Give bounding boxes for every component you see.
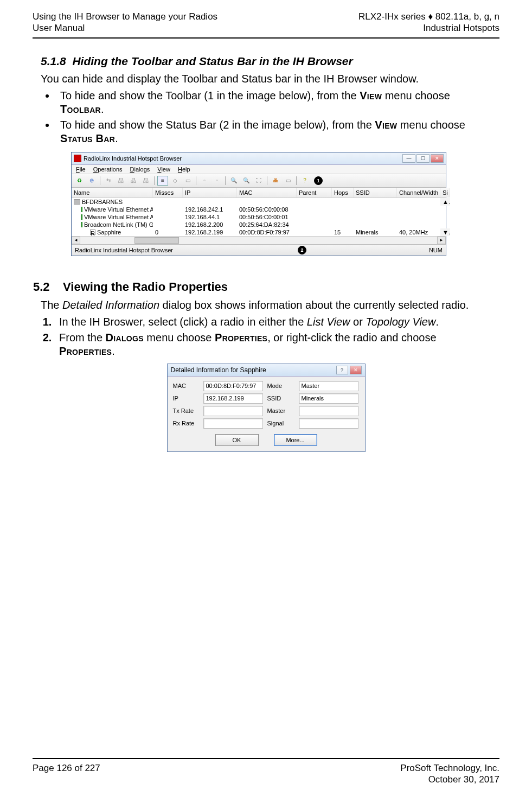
toolbar-topology-icon[interactable]: ◇ — [170, 176, 181, 186]
col-si[interactable]: Si — [440, 188, 450, 198]
section-5-2-intro: The Detailed Information dialog box show… — [41, 298, 491, 312]
dialog-close-button[interactable]: ✕ — [350, 366, 362, 374]
list-row[interactable]: Broadcom NetLink (TM) Gigabit Eth... 192… — [72, 221, 446, 228]
header-subtitle: Industrial Hotspots — [358, 22, 499, 34]
ih-browser-screenshot: RadioLinx Industrial Hotspot Browser — ☐… — [71, 152, 491, 256]
toolbar-misc1-icon[interactable]: ▫ — [199, 176, 210, 186]
page-footer: Page 126 of 227 ProSoft Technology, Inc.… — [33, 758, 499, 786]
toolbar-tree3-icon[interactable]: 品 — [140, 176, 151, 186]
col-mac[interactable]: MAC — [237, 188, 297, 198]
toolbar-misc2-icon[interactable]: ▫ — [211, 176, 222, 186]
ih-browser-window: RadioLinx Industrial Hotspot Browser — ☐… — [71, 152, 446, 256]
step-1: In the IH Broswer, select (click) a radi… — [55, 315, 491, 329]
dialog-title: Detailed Information for Sapphire — [171, 366, 266, 374]
toolbar-print-icon[interactable]: 🖶 — [270, 176, 281, 186]
more-button[interactable]: More... — [274, 434, 317, 446]
menu-bar: File Operations Dialogs View Help — [72, 165, 446, 174]
adapter-icon — [81, 207, 82, 212]
label-rx-rate: Rx Rate — [173, 420, 199, 426]
header-chapter: Using the IH Browser to Manage your Radi… — [33, 11, 217, 22]
menu-operations[interactable]: Operations — [93, 166, 123, 173]
col-misses[interactable]: Misses — [153, 188, 183, 198]
field-mac: 00:0D:8D:F0:79:97 — [203, 381, 263, 391]
toolbar-tree1-icon[interactable]: 品 — [116, 176, 126, 186]
radio-icon: R — [90, 230, 95, 235]
section-5-2-heading: 5.2 Viewing the Radio Properties — [33, 280, 491, 294]
label-master: Master — [267, 407, 294, 414]
toolbar-connect-icon[interactable]: ⇆ — [103, 176, 114, 186]
section-5-1-8-intro: You can hide and display the Toolbar and… — [41, 72, 491, 86]
step-2: From the Dialogs menu choose Properties,… — [55, 331, 491, 358]
bullet-hide-toolbar: To hide and show the Toolbar (1 in the i… — [56, 89, 491, 116]
window-titlebar: RadioLinx Industrial Hotspot Browser — ☐… — [72, 152, 446, 165]
toolbar-zoom-fit-icon[interactable]: ⛶ — [253, 176, 264, 186]
field-mode: Master — [299, 381, 358, 391]
toolbar-display-icon[interactable]: ▭ — [182, 176, 193, 186]
minimize-button[interactable]: — — [402, 154, 415, 163]
dialog-help-button[interactable]: ? — [336, 366, 348, 374]
toolbar-tree2-icon[interactable]: 品 — [128, 176, 139, 186]
toolbar: ♻ ⊚ ⇆ 品 品 品 ≡ ◇ ▭ ▫ ▫ 🔍 🔍 — [72, 174, 446, 188]
detailed-info-dialog: Detailed Information for Sapphire ? ✕ MA… — [167, 364, 366, 452]
toolbar-scan-icon[interactable]: ♻ — [74, 176, 85, 186]
header-doc-type: User Manual — [33, 22, 217, 34]
window-title: RadioLinx Industrial Hotspot Browser — [84, 155, 182, 162]
menu-view[interactable]: View — [157, 166, 170, 173]
section-5-2-steps: In the IH Broswer, select (click) a radi… — [41, 315, 491, 358]
footer-date: October 30, 2017 — [400, 774, 499, 785]
app-icon — [74, 155, 81, 162]
col-ssid[interactable]: SSID — [354, 188, 397, 198]
list-row[interactable]: RSapphire 0192.168.2.19900:0D:8D:F0:79:9… — [72, 228, 446, 236]
list-column-headers: Name Misses IP MAC Parent Hops SSID Chan… — [72, 188, 446, 198]
label-signal: Signal — [267, 420, 294, 426]
field-master — [299, 406, 358, 416]
col-hops[interactable]: Hops — [332, 188, 354, 198]
label-ip: IP — [173, 395, 199, 402]
page-header: Using the IH Browser to Manage your Radi… — [33, 11, 499, 39]
scroll-thumb[interactable] — [134, 237, 179, 244]
footer-company: ProSoft Technology, Inc. — [400, 762, 499, 774]
horizontal-scrollbar[interactable]: ◄ ► — [72, 236, 446, 244]
callout-1: 1 — [314, 176, 323, 185]
list-row[interactable]: VMware Virtual Ethernet Adapter for ... … — [72, 206, 446, 213]
label-ssid: SSID — [267, 395, 294, 402]
field-ssid: Minerals — [299, 393, 358, 404]
col-channel-width[interactable]: Channel/Width — [397, 188, 440, 198]
list-row[interactable]: VMware Virtual Ethernet Adapter for ... … — [72, 213, 446, 221]
footer-page-number: Page 126 of 227 — [33, 762, 100, 786]
label-tx-rate: Tx Rate — [173, 407, 199, 414]
scroll-right-arrow-icon[interactable]: ► — [437, 237, 446, 244]
list-rows: BFDRBARNES ▲ VMware Virtual Ethernet Ada… — [72, 198, 446, 236]
section-5-1-8-heading: 5.1.8 Hiding the Toolbar and Status Bar … — [41, 55, 491, 68]
toolbar-help-icon[interactable]: ? — [299, 176, 310, 186]
scroll-left-arrow-icon[interactable]: ◄ — [72, 237, 80, 244]
menu-dialogs[interactable]: Dialogs — [130, 166, 150, 173]
adapter-icon — [81, 214, 82, 220]
field-signal — [299, 418, 358, 429]
menu-file[interactable]: File — [76, 166, 86, 173]
adapter-icon — [81, 222, 82, 227]
toolbar-zoom-in-icon[interactable]: 🔍 — [228, 176, 239, 186]
menu-help[interactable]: Help — [178, 166, 190, 173]
list-row[interactable]: BFDRBARNES ▲ — [72, 198, 446, 206]
dialog-titlebar: Detailed Information for Sapphire ? ✕ — [168, 364, 365, 377]
toolbar-zoom-out-icon[interactable]: 🔍 — [241, 176, 252, 186]
field-rx-rate — [203, 418, 263, 429]
toolbar-preview-icon[interactable]: ▭ — [283, 176, 293, 186]
col-parent[interactable]: Parent — [297, 188, 332, 198]
callout-2: 2 — [298, 246, 306, 254]
field-tx-rate — [203, 406, 263, 416]
page-content: 5.1.8 Hiding the Toolbar and Status Bar … — [33, 52, 499, 752]
header-product: RLX2-IHx series ♦ 802.11a, b, g, n — [358, 11, 499, 22]
ok-button[interactable]: OK — [215, 434, 259, 446]
status-bar: RadioLinx Industrial Hotspot Browser 2 N… — [72, 244, 446, 256]
col-name[interactable]: Name — [72, 188, 153, 198]
close-button[interactable]: ✕ — [431, 154, 444, 163]
col-ip[interactable]: IP — [183, 188, 237, 198]
section-5-1-8-bullets: To hide and show the Toolbar (1 in the i… — [41, 89, 491, 145]
toolbar-refresh-icon[interactable]: ⊚ — [86, 176, 97, 186]
toolbar-list-icon[interactable]: ≡ — [157, 176, 168, 186]
computer-icon — [74, 199, 80, 205]
status-text: RadioLinx Industrial Hotspot Browser — [75, 247, 173, 253]
maximize-button[interactable]: ☐ — [416, 154, 430, 163]
